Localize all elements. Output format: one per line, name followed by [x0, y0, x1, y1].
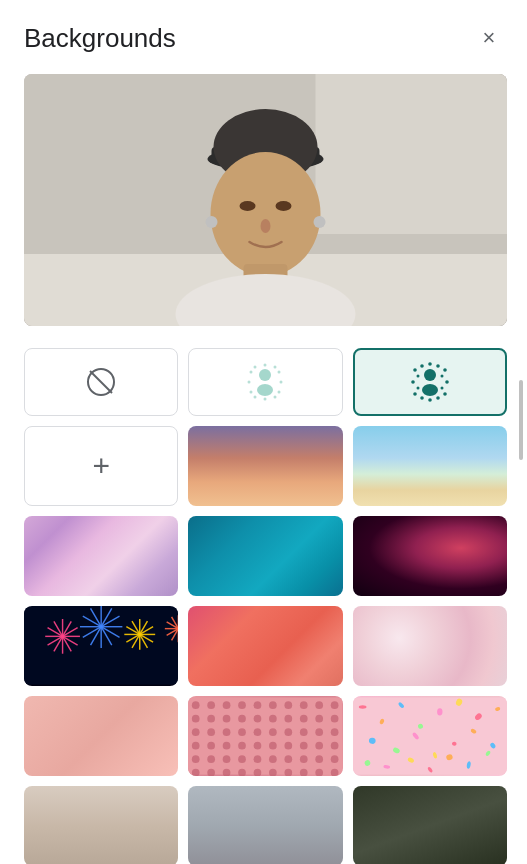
option-none[interactable]: [24, 348, 178, 416]
svg-point-29: [264, 398, 267, 401]
svg-point-124: [254, 728, 262, 736]
svg-point-131: [269, 742, 277, 750]
camera-preview: [24, 74, 507, 326]
scrollbar[interactable]: [519, 380, 523, 460]
svg-point-101: [192, 742, 200, 750]
svg-point-107: [208, 742, 216, 750]
svg-point-13: [314, 216, 326, 228]
svg-point-111: [223, 715, 231, 723]
svg-point-102: [192, 755, 200, 763]
close-icon: ×: [483, 25, 496, 51]
svg-rect-1: [316, 74, 508, 234]
bg-thumb-sunset[interactable]: [188, 426, 342, 506]
person-silhouette: [24, 74, 507, 326]
svg-point-45: [440, 375, 443, 378]
svg-point-33: [443, 368, 447, 372]
svg-point-105: [208, 715, 216, 723]
svg-point-30: [424, 369, 436, 381]
preview-image: [24, 74, 507, 326]
option-blur-light[interactable]: [188, 348, 342, 416]
add-and-first-bgs: +: [24, 426, 507, 506]
svg-point-129: [269, 715, 277, 723]
svg-point-99: [192, 715, 200, 723]
bg-thumb-office[interactable]: [24, 786, 178, 864]
ban-icon: [85, 366, 117, 398]
svg-point-149: [316, 742, 324, 750]
svg-point-114: [223, 755, 231, 763]
svg-point-132: [269, 755, 277, 763]
bg-thumb-pink-grid[interactable]: [188, 696, 342, 776]
svg-point-119: [238, 742, 246, 750]
bg-thumb-grid-room[interactable]: [188, 786, 342, 864]
svg-point-116: [238, 701, 246, 709]
plus-icon: +: [92, 451, 110, 481]
svg-point-128: [269, 701, 277, 709]
svg-point-37: [443, 392, 447, 396]
svg-point-44: [416, 375, 419, 378]
svg-point-104: [208, 701, 216, 709]
svg-point-134: [285, 701, 293, 709]
bg-thumb-confetti[interactable]: [353, 696, 507, 776]
svg-point-26: [254, 396, 257, 399]
svg-point-9: [240, 201, 256, 211]
svg-point-125: [254, 742, 262, 750]
bg-thumb-coral[interactable]: [188, 606, 342, 686]
svg-point-136: [285, 728, 293, 736]
svg-point-40: [420, 396, 424, 400]
svg-point-20: [248, 381, 251, 384]
svg-point-156: [331, 755, 339, 763]
svg-point-100: [192, 728, 200, 736]
panel-header: Backgrounds ×: [24, 20, 507, 56]
svg-point-10: [276, 201, 292, 211]
svg-point-108: [208, 755, 216, 763]
svg-point-46: [416, 387, 419, 390]
svg-point-159: [358, 705, 366, 708]
svg-point-154: [331, 728, 339, 736]
svg-point-110: [223, 701, 231, 709]
svg-point-36: [413, 392, 417, 396]
bg-thumb-clouds[interactable]: [24, 516, 178, 596]
bg-thumb-water[interactable]: [188, 516, 342, 596]
svg-point-148: [316, 728, 324, 736]
bg-thumb-space[interactable]: [353, 516, 507, 596]
bg-thumb-hallway[interactable]: [353, 786, 507, 864]
bg-thumb-beach[interactable]: [353, 426, 507, 506]
svg-point-31: [422, 384, 438, 396]
option-blur-strong[interactable]: [353, 348, 507, 416]
svg-point-43: [428, 398, 432, 402]
backgrounds-grid: [24, 516, 507, 864]
svg-point-137: [285, 742, 293, 750]
bg-thumb-flowers-pink[interactable]: [353, 606, 507, 686]
svg-point-106: [208, 728, 216, 736]
svg-point-17: [257, 384, 273, 396]
backgrounds-panel: Backgrounds ×: [0, 0, 527, 864]
svg-point-35: [445, 380, 449, 384]
add-background-button[interactable]: +: [24, 426, 178, 506]
bg-thumb-pink-dots[interactable]: [24, 696, 178, 776]
svg-point-6: [211, 152, 321, 276]
svg-point-16: [259, 369, 271, 381]
close-button[interactable]: ×: [471, 20, 507, 56]
svg-point-113: [223, 742, 231, 750]
svg-point-144: [300, 755, 308, 763]
svg-point-28: [264, 364, 267, 367]
svg-point-41: [436, 396, 440, 400]
svg-point-135: [285, 715, 293, 723]
bg-thumb-fireworks[interactable]: [24, 606, 178, 686]
svg-point-155: [331, 742, 339, 750]
person-blur-light-icon: [245, 362, 285, 402]
svg-line-15: [90, 371, 112, 393]
svg-point-42: [428, 362, 432, 366]
svg-point-21: [280, 381, 283, 384]
svg-point-123: [254, 715, 262, 723]
svg-point-130: [269, 728, 277, 736]
svg-point-122: [254, 701, 262, 709]
svg-point-22: [250, 391, 253, 394]
svg-point-32: [413, 368, 417, 372]
svg-point-24: [254, 366, 257, 369]
svg-point-39: [436, 364, 440, 368]
svg-point-98: [192, 701, 200, 709]
svg-point-150: [316, 755, 324, 763]
svg-point-12: [206, 216, 218, 228]
svg-point-11: [261, 219, 271, 233]
